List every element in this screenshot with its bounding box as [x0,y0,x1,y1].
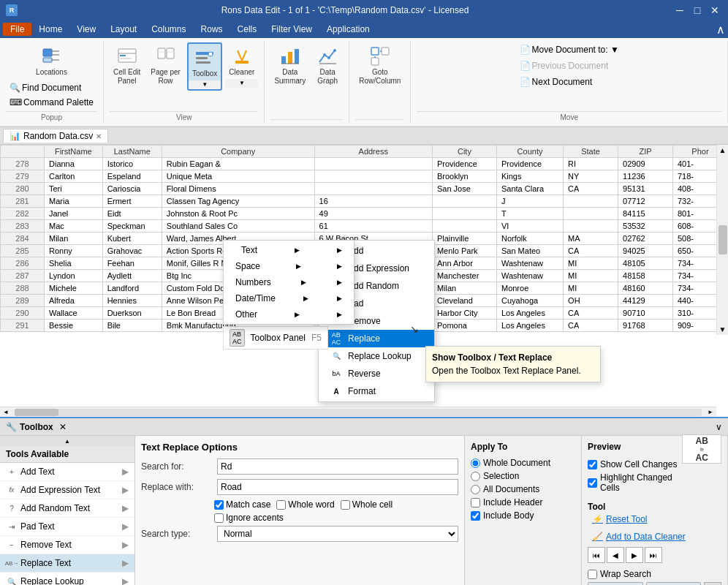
whole-cell-checkbox[interactable] [341,500,350,510]
scroll-left-btn[interactable]: ◄ [0,407,12,417]
tool-replace-text[interactable]: AB→ Replace Text ▶ [0,554,134,573]
ctx-numbers[interactable]: Numbers ▶ [224,274,354,290]
context-menu[interactable]: Text ▶ Space ▶ Numbers ▶ Date/Time ▶ Oth… [223,240,354,325]
tool-add-expression-text[interactable]: fx Add Expression Text ▶ [0,481,134,499]
add-to-cleaner-btn[interactable]: 🧹 Add to Data Cleaner [588,529,721,544]
data-summary-button[interactable]: DataSummary [270,42,309,88]
toolbox-button[interactable]: Toolbox ▼ [187,42,222,91]
tab-close-button[interactable]: ✕ [96,132,102,140]
nav-first-btn[interactable]: ⏮ [588,547,605,563]
close-button[interactable]: ✕ [708,3,722,18]
wrap-search-checkbox[interactable] [588,570,597,579]
table-row[interactable]: 281MariaErmertClassen Tag Agency16J07712… [1,195,728,208]
toolbox-main-button[interactable]: Toolbox [189,44,221,80]
h-scroll-thumb[interactable] [15,409,58,416]
tool-add-text[interactable]: + Add Text ▶ [0,463,134,481]
table-row[interactable]: 280TeriCariosciaFloral DimensSan JoseSan… [1,183,728,195]
include-header-checkbox[interactable] [471,498,480,507]
next-doc-button[interactable]: 📄 Next Document [516,75,596,89]
tool-pad-text[interactable]: ⇥ Pad Text ▶ [0,518,134,536]
cleaner-button[interactable]: Cleaner ▼ [225,42,258,88]
ignore-accents-label[interactable]: Ignore accents [214,513,284,523]
ignore-accents-checkbox[interactable] [214,513,224,523]
cleaner-main-button[interactable]: Cleaner [225,42,258,79]
whole-cell-label[interactable]: Whole cell [341,499,393,510]
menu-columns[interactable]: Columns [144,23,193,36]
toolbox-tab-close[interactable]: ✕ [59,422,67,432]
minimize-button[interactable]: ─ [672,3,687,18]
search-for-input[interactable] [217,458,458,475]
nav-prev-btn[interactable]: ◀ [607,547,624,563]
sub-replace-lookup[interactable]: 🔍 Replace Lookup [319,347,434,365]
tools-scroll-up[interactable]: ▲ [0,436,134,446]
scroll-down-btn[interactable]: ▼ [718,324,728,335]
menu-filter-view[interactable]: Filter View [264,23,319,36]
selection-radio-item[interactable]: Selection [471,471,575,481]
ctx-other[interactable]: Other ▶ [224,306,354,322]
cleaner-dropdown[interactable]: ▼ [225,79,258,88]
update-btn[interactable]: AB→AC Update [588,582,643,585]
locations-button[interactable]: Locations [32,42,71,79]
tool-replace-lookup[interactable]: 🔍 Replace Lookup ▶ [0,573,134,585]
move-doc-to-button[interactable]: 📄 Move Document to: ▼ [516,42,623,57]
ctx-datetime[interactable]: Date/Time ▶ [224,290,354,306]
toolbox-expand-btn[interactable]: ∨ [716,422,722,432]
include-header-item[interactable]: Include Header [471,497,575,507]
menu-rows[interactable]: Rows [194,23,230,36]
spreadsheet[interactable]: FirstName LastName Company Address City … [0,145,728,417]
search-type-select[interactable]: Normal Regex Wildcard [217,526,458,542]
show-cell-changes-checkbox[interactable] [588,460,597,469]
include-body-checkbox[interactable] [471,511,480,521]
menu-cells[interactable]: Cells [230,23,265,36]
scroll-thumb[interactable] [718,225,727,254]
prev-doc-button[interactable]: 📄 Previous Document [516,58,613,73]
match-case-label[interactable]: Match case [214,499,270,510]
scroll-right-btn[interactable]: ► [705,407,716,417]
update-all-btn[interactable]: AB→AC Update All [646,582,702,585]
highlight-changed-cells-checkbox[interactable] [588,478,597,488]
highlight-changed-cells-item[interactable]: Highlight Changed Cells [588,472,682,493]
find-document-button[interactable]: 🔍 Find Document [6,80,97,95]
nav-next-btn[interactable]: ▶ [626,547,643,563]
table-row[interactable]: 278DiannaIstoricoRubin Eagan &Providence… [1,158,728,170]
sub-format[interactable]: A Format [319,382,434,400]
vertical-scrollbar[interactable]: ▲ ▼ [716,145,728,335]
table-row[interactable]: 279CarltonEspelandUnique MetaBrooklynKin… [1,170,728,183]
tool-remove-text[interactable]: − Remove Text ▶ [0,536,134,554]
menu-view[interactable]: View [69,23,103,36]
tool-add-random-text[interactable]: ? Add Random Text ▶ [0,499,134,518]
table-row[interactable]: 282JanelEidtJohnston & Root Pc49T8411580… [1,208,728,220]
h-scroll-track[interactable] [15,409,702,416]
toolbox-dropdown[interactable]: ▼ [189,80,221,89]
all-docs-radio-item[interactable]: All Documents [471,484,575,494]
replace-with-input[interactable] [217,479,458,495]
ctx-text[interactable]: Text ▶ [224,242,354,258]
menu-file[interactable]: File [3,23,31,36]
data-graph-button[interactable]: DataGraph [312,42,343,88]
ribbon-collapse-btn[interactable]: ∧ [716,23,725,37]
ctx-space[interactable]: Space ▶ [224,258,354,274]
horizontal-scrollbar[interactable]: ◄ ► [0,407,716,417]
page-per-row-button[interactable]: Page perRow [147,42,184,88]
doc-tab-random-data[interactable]: 📊 Random Data.csv ✕ [3,129,108,143]
all-docs-radio[interactable] [471,485,480,494]
command-palette-button[interactable]: ⌨ Command Palette [6,95,97,110]
goto-row-col-button[interactable]: GotoRow/Column [355,42,404,88]
whole-word-checkbox[interactable] [276,500,286,510]
menu-home[interactable]: Home [31,23,69,36]
scroll-up-btn[interactable]: ▲ [718,145,728,156]
maximize-button[interactable]: □ [690,3,705,18]
menu-application[interactable]: Application [319,23,377,36]
sub-reverse[interactable]: bA Reverse [319,365,434,382]
include-body-item[interactable]: Include Body [471,510,575,521]
table-row[interactable]: 283MacSpeckmanSouthland Sales Co61VI5353… [1,220,728,233]
cell-edit-panel-button[interactable]: Cell EditPanel [110,42,144,88]
whole-doc-radio-item[interactable]: Whole Document [471,458,575,468]
nav-last-btn[interactable]: ⏭ [645,547,662,563]
show-cell-changes-item[interactable]: Show Cell Changes [588,459,682,469]
wrap-search-item[interactable]: Wrap Search [588,569,721,579]
selection-radio[interactable] [471,472,480,481]
options-expand-btn[interactable]: ⚙ [704,582,721,585]
whole-doc-radio[interactable] [471,458,480,468]
menu-layout[interactable]: Layout [103,23,144,36]
